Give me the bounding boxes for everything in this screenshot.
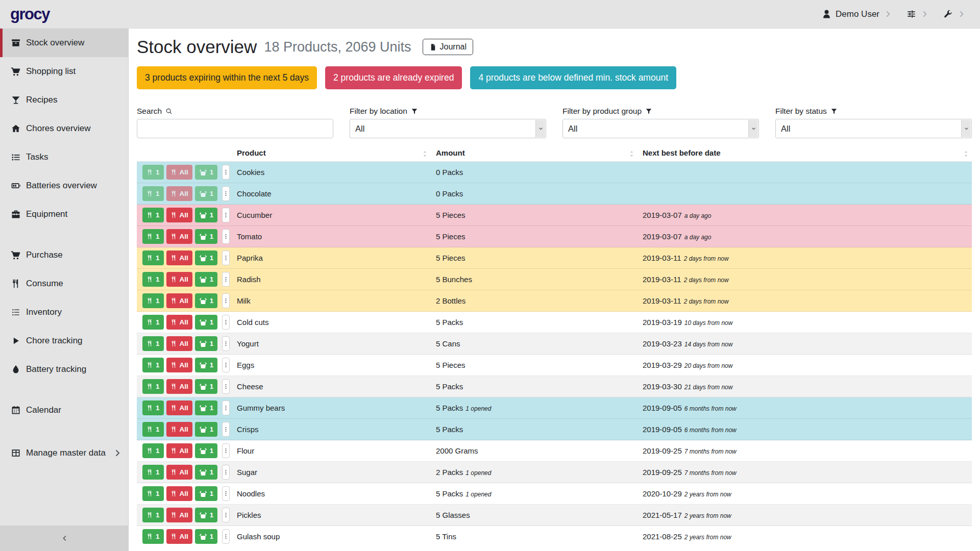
consume-all-button[interactable]: All (166, 508, 192, 522)
select-arrow (535, 120, 545, 137)
row-menu-button[interactable] (222, 272, 230, 287)
open-one-button[interactable]: 1 (195, 379, 218, 394)
consume-all-button[interactable]: All (166, 315, 192, 330)
sidebar-item-battery-tracking[interactable]: Battery tracking (0, 355, 128, 384)
consume-all-button[interactable]: All (166, 208, 192, 222)
row-menu-button[interactable] (222, 293, 230, 308)
row-menu-button[interactable] (222, 465, 230, 480)
consume-one-button[interactable]: 1 (142, 165, 164, 180)
row-menu-button[interactable] (222, 422, 230, 437)
consume-one-button[interactable]: 1 (142, 251, 164, 265)
row-menu-button[interactable] (222, 336, 230, 351)
consume-all-button[interactable]: All (166, 229, 192, 244)
open-one-button[interactable]: 1 (195, 422, 218, 437)
sidebar-item-manage-master-data[interactable]: Manage master data (0, 439, 128, 467)
open-one-button[interactable]: 1 (195, 186, 218, 201)
consume-one-button[interactable]: 1 (142, 486, 164, 501)
open-one-button[interactable]: 1 (195, 251, 218, 265)
consume-one-button[interactable]: 1 (142, 208, 164, 222)
sidebar-item-tasks[interactable]: Tasks (0, 143, 128, 171)
open-one-button[interactable]: 1 (195, 529, 218, 544)
open-one-button[interactable]: 1 (195, 229, 218, 244)
row-menu-button[interactable] (222, 251, 230, 265)
consume-all-button[interactable]: All (166, 186, 192, 201)
row-menu-button[interactable] (222, 229, 230, 244)
consume-all-button[interactable]: All (166, 465, 192, 480)
location-select[interactable]: All (350, 119, 546, 138)
sidebar-item-chore-tracking[interactable]: Chore tracking (0, 327, 128, 355)
open-one-button[interactable]: 1 (195, 272, 218, 287)
row-menu-button[interactable] (222, 508, 230, 522)
consume-one-button[interactable]: 1 (142, 186, 164, 201)
product-group-select[interactable]: All (562, 119, 759, 138)
sidebar-item-shopping-list[interactable]: Shopping list (0, 57, 128, 86)
search-input[interactable] (137, 119, 333, 138)
open-one-button[interactable]: 1 (195, 508, 218, 522)
sidebar-item-chores-overview[interactable]: Chores overview (0, 114, 128, 143)
consume-all-button[interactable]: All (166, 165, 192, 180)
open-one-button[interactable]: 1 (195, 315, 218, 330)
row-menu-button[interactable] (222, 379, 230, 394)
admin-menu[interactable] (943, 9, 967, 19)
consume-one-button[interactable]: 1 (142, 358, 164, 372)
consume-all-button[interactable]: All (166, 486, 192, 501)
row-menu-button[interactable] (222, 400, 230, 415)
open-one-button[interactable]: 1 (195, 465, 218, 480)
consume-one-button[interactable]: 1 (142, 379, 164, 394)
consume-one-button[interactable]: 1 (142, 508, 164, 522)
user-menu[interactable]: Demo User (822, 9, 893, 19)
row-menu-button[interactable] (222, 208, 230, 222)
consume-one-button[interactable]: 1 (142, 293, 164, 308)
sidebar-item-batteries-overview[interactable]: Batteries overview (0, 171, 128, 200)
consume-all-button[interactable]: All (166, 379, 192, 394)
open-one-button[interactable]: 1 (195, 208, 218, 222)
ellipsis-v-icon (223, 383, 229, 390)
sidebar-item-purchase[interactable]: Purchase (0, 241, 128, 269)
sidebar-item-calendar[interactable]: Calendar (0, 396, 128, 424)
product-column-header[interactable]: Product (232, 145, 431, 162)
consume-all-button[interactable]: All (166, 336, 192, 351)
consume-one-button[interactable]: 1 (142, 443, 164, 458)
consume-one-button[interactable]: 1 (142, 465, 164, 480)
row-menu-button[interactable] (222, 486, 230, 501)
open-one-button[interactable]: 1 (195, 336, 218, 351)
journal-button[interactable]: Journal (423, 39, 473, 55)
row-menu-button[interactable] (222, 443, 230, 458)
row-menu-button[interactable] (222, 165, 230, 180)
open-one-button[interactable]: 1 (195, 358, 218, 372)
amount-column-header[interactable]: Amount (431, 145, 638, 162)
consume-one-button[interactable]: 1 (142, 529, 164, 544)
sidebar-item-stock-overview[interactable]: Stock overview (0, 29, 128, 57)
sidebar-item-consume[interactable]: Consume (0, 269, 128, 298)
consume-all-button[interactable]: All (166, 272, 192, 287)
open-one-button[interactable]: 1 (195, 443, 218, 458)
consume-one-button[interactable]: 1 (142, 400, 164, 415)
status-select[interactable]: All (775, 119, 972, 138)
consume-all-button[interactable]: All (166, 251, 192, 265)
open-one-button[interactable]: 1 (195, 486, 218, 501)
consume-all-button[interactable]: All (166, 358, 192, 372)
open-one-button[interactable]: 1 (195, 293, 218, 308)
consume-all-button[interactable]: All (166, 443, 192, 458)
row-menu-button[interactable] (222, 315, 230, 330)
consume-one-button[interactable]: 1 (142, 272, 164, 287)
sidebar-item-recipes[interactable]: Recipes (0, 86, 128, 114)
open-one-button[interactable]: 1 (195, 400, 218, 415)
row-menu-button[interactable] (222, 186, 230, 201)
settings-menu[interactable] (906, 9, 930, 19)
date-column-header[interactable]: Next best before date (638, 145, 972, 162)
open-one-button[interactable]: 1 (195, 165, 218, 180)
consume-all-button[interactable]: All (166, 400, 192, 415)
sidebar-item-inventory[interactable]: Inventory (0, 298, 128, 327)
sidebar-collapse-button[interactable] (0, 525, 128, 551)
sidebar-item-equipment[interactable]: Equipment (0, 200, 128, 229)
consume-all-button[interactable]: All (166, 422, 192, 437)
consume-all-button[interactable]: All (166, 529, 192, 544)
consume-one-button[interactable]: 1 (142, 336, 164, 351)
consume-one-button[interactable]: 1 (142, 315, 164, 330)
consume-one-button[interactable]: 1 (142, 422, 164, 437)
row-menu-button[interactable] (222, 529, 230, 544)
consume-one-button[interactable]: 1 (142, 229, 164, 244)
consume-all-button[interactable]: All (166, 293, 192, 308)
row-menu-button[interactable] (222, 358, 230, 372)
